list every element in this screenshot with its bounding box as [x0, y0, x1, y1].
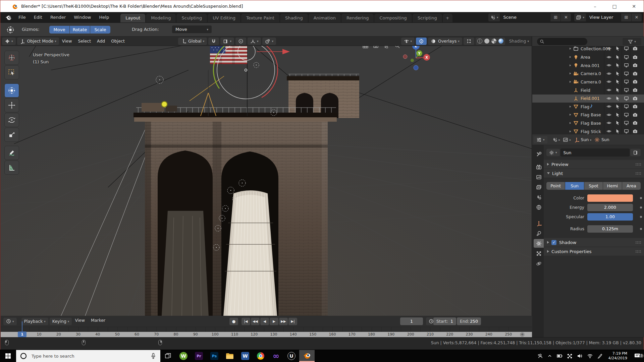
- close-button[interactable]: ✕: [624, 0, 644, 12]
- expand-icon[interactable]: [569, 71, 572, 76]
- taskbar-app-photoshop[interactable]: Ps: [207, 350, 222, 362]
- workspace-tab-sculpting[interactable]: Sculpting: [176, 14, 207, 22]
- tab-object-data-active[interactable]: [534, 239, 544, 248]
- panel-grip[interactable]: [635, 241, 641, 244]
- render-visibility-toggle[interactable]: [633, 79, 638, 85]
- preview-panel-header[interactable]: Preview: [544, 160, 644, 169]
- volume-icon[interactable]: [575, 354, 585, 358]
- taskbar-app-premiere[interactable]: Pr: [191, 350, 207, 362]
- record-button[interactable]: ●: [229, 318, 238, 325]
- shadow-panel-header[interactable]: ✓ Shadow: [544, 238, 644, 247]
- tab-tool[interactable]: [534, 150, 544, 159]
- menu-file[interactable]: File: [14, 15, 30, 20]
- expand-icon[interactable]: [569, 112, 572, 117]
- outliner-item-label[interactable]: Area.001: [581, 63, 600, 68]
- viewport-visibility-toggle[interactable]: [624, 104, 629, 110]
- blender-menu-logo-icon[interactable]: [5, 14, 12, 20]
- wireframe-shading-button[interactable]: [477, 39, 482, 44]
- tab-world[interactable]: [534, 203, 544, 212]
- outliner-filter-button[interactable]: ▾: [623, 38, 641, 45]
- hide-toggle[interactable]: [606, 47, 611, 52]
- hide-toggle[interactable]: [606, 55, 611, 61]
- viewport-menu-view[interactable]: View: [59, 39, 75, 44]
- properties-editor-type-dropdown[interactable]: ▾: [534, 136, 547, 143]
- shading-popover[interactable]: Shading▾: [506, 38, 532, 45]
- viewport-visibility-toggle[interactable]: [624, 87, 629, 94]
- annotate-tool-button[interactable]: [4, 146, 19, 160]
- dropbox-icon[interactable]: [565, 354, 575, 359]
- render-visibility-toggle[interactable]: [633, 120, 638, 126]
- workspace-tab-modeling[interactable]: Modeling: [146, 14, 176, 22]
- taskbar-app-blender[interactable]: [299, 350, 315, 362]
- outliner-row-field-001[interactable]: Field.001: [532, 95, 644, 103]
- render-visibility-toggle[interactable]: [633, 63, 638, 69]
- tab-output[interactable]: [534, 173, 544, 181]
- current-frame-field[interactable]: 1: [400, 317, 423, 325]
- view-layer-add-button[interactable]: ⊞: [621, 13, 631, 21]
- light-name-field[interactable]: Sun: [560, 148, 630, 157]
- 3d-viewport[interactable]: Z Y X ▾ Object Mode▾ ViewSelectAddObject…: [1, 37, 532, 316]
- start-button[interactable]: [0, 350, 16, 362]
- scene-icon[interactable]: ▾: [488, 13, 500, 21]
- proportional-falloff-dropdown[interactable]: ▾: [248, 38, 261, 45]
- pivot-point-dropdown[interactable]: ▾: [262, 38, 276, 45]
- specular-slider[interactable]: 1.00: [587, 213, 633, 221]
- animate-dot[interactable]: [640, 197, 642, 199]
- render-visibility-toggle[interactable]: [633, 47, 638, 52]
- tab-scene[interactable]: [534, 193, 544, 201]
- overlays-dropdown[interactable]: Overlays▾: [428, 38, 462, 45]
- taskbar-app-file-explorer[interactable]: [222, 350, 237, 362]
- expand-icon[interactable]: [569, 104, 572, 109]
- frame-end-field[interactable]: End:250: [457, 317, 481, 325]
- viewport-visibility-toggle[interactable]: [624, 129, 629, 134]
- workspace-tab-compositing[interactable]: Compositing: [374, 14, 412, 22]
- action-center-icon[interactable]: 3: [631, 353, 644, 359]
- selectable-toggle[interactable]: [615, 47, 620, 52]
- shadow-checkbox[interactable]: ✓: [551, 240, 556, 245]
- selectable-toggle[interactable]: [615, 96, 620, 102]
- menu-render[interactable]: Render: [46, 15, 70, 20]
- previous-keyframe-button[interactable]: ◀◀: [251, 318, 260, 325]
- light-type-spot[interactable]: Spot: [584, 182, 603, 190]
- viewport-visibility-toggle[interactable]: [624, 71, 629, 77]
- people-icon[interactable]: [535, 353, 545, 359]
- taskbar-app-webroot[interactable]: W: [176, 350, 191, 362]
- playhead-line[interactable]: [22, 321, 22, 332]
- viewport-visibility-toggle[interactable]: [624, 112, 629, 118]
- view-layer-name-field[interactable]: View Layer: [586, 13, 621, 21]
- rotate-tool-button[interactable]: [4, 113, 19, 127]
- outliner-row-flag[interactable]: Flag: [532, 103, 644, 111]
- taskbar-app-visual-studio[interactable]: ∞: [268, 350, 284, 362]
- selectable-toggle[interactable]: [615, 112, 620, 118]
- outliner-search-input[interactable]: [537, 38, 587, 45]
- timeline-menu-view[interactable]: View: [72, 318, 88, 325]
- tab-render[interactable]: [534, 163, 544, 171]
- far-bridge-tower[interactable]: [287, 74, 359, 118]
- outliner-row-area[interactable]: Area: [532, 53, 644, 61]
- color-swatch[interactable]: [587, 194, 633, 202]
- fake-user-button[interactable]: [630, 149, 641, 156]
- taskbar-search-box[interactable]: Type here to search: [16, 350, 160, 362]
- light-type-hemi[interactable]: Hemi: [603, 182, 622, 190]
- animate-dot[interactable]: [640, 216, 642, 218]
- selectable-toggle[interactable]: [615, 79, 620, 85]
- render-visibility-toggle[interactable]: [633, 129, 638, 134]
- light-type-point[interactable]: Point: [546, 182, 565, 190]
- selectable-toggle[interactable]: [615, 71, 620, 77]
- drag-action-dropdown[interactable]: Move▾: [172, 25, 212, 33]
- menu-window[interactable]: Window: [70, 15, 95, 20]
- rendered-shading-button[interactable]: [498, 39, 503, 44]
- gizmo-move-toggle[interactable]: Move: [49, 26, 69, 34]
- menu-edit[interactable]: Edit: [30, 15, 46, 20]
- energy-field[interactable]: 2.000: [587, 204, 633, 211]
- outliner-row-camera-0[interactable]: Camera.0: [532, 70, 644, 78]
- workspace-tab-shading[interactable]: Shading: [280, 14, 308, 22]
- menu-help[interactable]: Help: [95, 15, 113, 20]
- hide-toggle[interactable]: [606, 96, 611, 102]
- panel-grip[interactable]: [635, 172, 641, 175]
- expand-icon[interactable]: [569, 79, 572, 84]
- taskbar-app-word[interactable]: W: [237, 350, 253, 362]
- cursor-tool-button[interactable]: [4, 51, 19, 65]
- gizmo-rotate-toggle[interactable]: Rotate: [70, 26, 90, 34]
- tab-texture[interactable]: [534, 249, 544, 258]
